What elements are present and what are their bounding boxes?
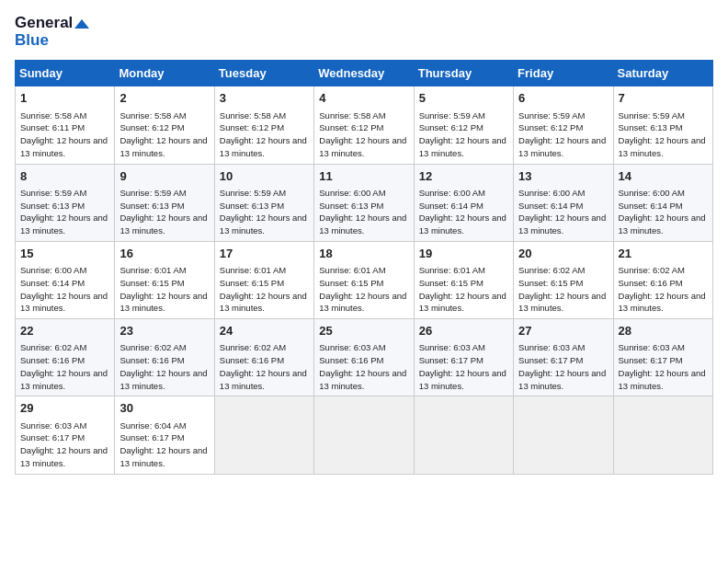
col-sunday: Sunday (16, 61, 115, 86)
day-info: Sunrise: 6:00 AM Sunset: 6:14 PM Dayligh… (518, 187, 608, 237)
day-number: 6 (518, 90, 608, 107)
page-header: General Blue (15, 15, 713, 49)
day-number: 10 (220, 168, 309, 185)
week-row-3: 15 Sunrise: 6:00 AM Sunset: 6:14 PM Dayl… (16, 241, 713, 318)
calendar-table: Sunday Monday Tuesday Wednesday Thursday… (15, 60, 713, 474)
week-row-5: 29 Sunrise: 6:03 AM Sunset: 6:17 PM Dayl… (16, 396, 713, 474)
day-number: 5 (419, 90, 508, 107)
day-cell-25: 25 Sunrise: 6:03 AM Sunset: 6:16 PM Dayl… (314, 319, 414, 396)
day-number: 30 (119, 400, 209, 417)
day-number: 2 (119, 90, 209, 107)
day-info: Sunrise: 6:01 AM Sunset: 6:15 PM Dayligh… (419, 264, 508, 315)
day-cell-18: 18 Sunrise: 6:01 AM Sunset: 6:15 PM Dayl… (314, 241, 414, 318)
empty-cell (514, 396, 613, 474)
day-number: 24 (220, 323, 309, 339)
day-cell-15: 15 Sunrise: 6:00 AM Sunset: 6:14 PM Dayl… (16, 241, 115, 318)
day-cell-8: 8 Sunrise: 5:59 AM Sunset: 6:13 PM Dayli… (16, 164, 115, 241)
day-info: Sunrise: 5:59 AM Sunset: 6:12 PM Dayligh… (419, 109, 508, 160)
day-number: 7 (619, 90, 708, 107)
day-number: 13 (518, 168, 608, 185)
day-info: Sunrise: 6:02 AM Sunset: 6:16 PM Dayligh… (619, 264, 708, 315)
col-tuesday: Tuesday (214, 61, 313, 86)
day-number: 26 (419, 323, 508, 339)
day-number: 28 (619, 323, 708, 339)
day-cell-13: 13 Sunrise: 6:00 AM Sunset: 6:14 PM Dayl… (514, 164, 613, 241)
weekday-header-row: Sunday Monday Tuesday Wednesday Thursday… (16, 61, 713, 86)
logo: General Blue (15, 15, 89, 49)
day-number: 12 (419, 168, 508, 185)
day-number: 3 (220, 90, 309, 107)
day-cell-12: 12 Sunrise: 6:00 AM Sunset: 6:14 PM Dayl… (414, 164, 513, 241)
day-cell-1: 1 Sunrise: 5:58 AM Sunset: 6:11 PM Dayli… (16, 86, 115, 164)
day-number: 19 (419, 246, 508, 262)
day-cell-24: 24 Sunrise: 6:02 AM Sunset: 6:16 PM Dayl… (214, 319, 313, 396)
day-number: 18 (319, 246, 408, 262)
day-info: Sunrise: 6:02 AM Sunset: 6:15 PM Dayligh… (518, 264, 608, 315)
day-info: Sunrise: 6:01 AM Sunset: 6:15 PM Dayligh… (220, 264, 309, 315)
day-cell-6: 6 Sunrise: 5:59 AM Sunset: 6:12 PM Dayli… (514, 86, 613, 164)
day-number: 20 (518, 246, 608, 262)
day-info: Sunrise: 6:01 AM Sunset: 6:15 PM Dayligh… (119, 264, 209, 315)
day-number: 17 (220, 246, 309, 262)
day-number: 14 (619, 168, 708, 185)
day-number: 4 (319, 90, 408, 107)
day-info: Sunrise: 6:04 AM Sunset: 6:17 PM Dayligh… (119, 419, 209, 470)
day-cell-21: 21 Sunrise: 6:02 AM Sunset: 6:16 PM Dayl… (613, 241, 712, 318)
day-info: Sunrise: 5:58 AM Sunset: 6:11 PM Dayligh… (20, 109, 109, 160)
day-cell-30: 30 Sunrise: 6:04 AM Sunset: 6:17 PM Dayl… (115, 396, 214, 474)
day-info: Sunrise: 6:02 AM Sunset: 6:16 PM Dayligh… (220, 341, 309, 392)
col-wednesday: Wednesday (314, 61, 414, 86)
day-cell-17: 17 Sunrise: 6:01 AM Sunset: 6:15 PM Dayl… (214, 241, 313, 318)
day-cell-22: 22 Sunrise: 6:02 AM Sunset: 6:16 PM Dayl… (16, 319, 115, 396)
day-cell-4: 4 Sunrise: 5:58 AM Sunset: 6:12 PM Dayli… (314, 86, 414, 164)
day-info: Sunrise: 6:03 AM Sunset: 6:17 PM Dayligh… (419, 341, 508, 392)
day-info: Sunrise: 5:59 AM Sunset: 6:13 PM Dayligh… (119, 187, 209, 237)
logo-text: General Blue (15, 15, 89, 49)
day-cell-7: 7 Sunrise: 5:59 AM Sunset: 6:13 PM Dayli… (613, 86, 712, 164)
day-cell-16: 16 Sunrise: 6:01 AM Sunset: 6:15 PM Dayl… (115, 241, 214, 318)
day-info: Sunrise: 6:03 AM Sunset: 6:16 PM Dayligh… (319, 341, 408, 392)
day-cell-28: 28 Sunrise: 6:03 AM Sunset: 6:17 PM Dayl… (613, 319, 712, 396)
day-cell-11: 11 Sunrise: 6:00 AM Sunset: 6:13 PM Dayl… (314, 164, 414, 241)
day-number: 15 (20, 246, 109, 262)
day-info: Sunrise: 5:59 AM Sunset: 6:12 PM Dayligh… (518, 109, 608, 160)
day-info: Sunrise: 6:00 AM Sunset: 6:13 PM Dayligh… (319, 187, 408, 237)
day-cell-2: 2 Sunrise: 5:58 AM Sunset: 6:12 PM Dayli… (115, 86, 214, 164)
col-friday: Friday (514, 61, 613, 86)
day-number: 11 (319, 168, 408, 185)
day-info: Sunrise: 5:58 AM Sunset: 6:12 PM Dayligh… (319, 109, 408, 160)
day-cell-26: 26 Sunrise: 6:03 AM Sunset: 6:17 PM Dayl… (414, 319, 513, 396)
col-thursday: Thursday (414, 61, 513, 86)
empty-cell (613, 396, 712, 474)
empty-cell (214, 396, 313, 474)
day-number: 9 (119, 168, 209, 185)
day-cell-20: 20 Sunrise: 6:02 AM Sunset: 6:15 PM Dayl… (514, 241, 613, 318)
day-number: 25 (319, 323, 408, 339)
day-cell-29: 29 Sunrise: 6:03 AM Sunset: 6:17 PM Dayl… (16, 396, 115, 474)
col-monday: Monday (115, 61, 214, 86)
day-cell-14: 14 Sunrise: 6:00 AM Sunset: 6:14 PM Dayl… (613, 164, 712, 241)
day-info: Sunrise: 6:00 AM Sunset: 6:14 PM Dayligh… (619, 187, 708, 237)
day-info: Sunrise: 5:59 AM Sunset: 6:13 PM Dayligh… (220, 187, 309, 237)
day-info: Sunrise: 5:58 AM Sunset: 6:12 PM Dayligh… (220, 109, 309, 160)
day-cell-5: 5 Sunrise: 5:59 AM Sunset: 6:12 PM Dayli… (414, 86, 513, 164)
day-number: 16 (119, 246, 209, 262)
day-number: 22 (20, 323, 109, 339)
day-number: 21 (619, 246, 708, 262)
day-number: 29 (20, 400, 109, 417)
col-saturday: Saturday (613, 61, 712, 86)
day-info: Sunrise: 6:01 AM Sunset: 6:15 PM Dayligh… (319, 264, 408, 315)
empty-cell (414, 396, 513, 474)
week-row-2: 8 Sunrise: 5:59 AM Sunset: 6:13 PM Dayli… (16, 164, 713, 241)
day-number: 8 (20, 168, 109, 185)
day-number: 1 (20, 90, 109, 107)
day-cell-9: 9 Sunrise: 5:59 AM Sunset: 6:13 PM Dayli… (115, 164, 214, 241)
day-info: Sunrise: 6:02 AM Sunset: 6:16 PM Dayligh… (119, 341, 209, 392)
day-info: Sunrise: 5:59 AM Sunset: 6:13 PM Dayligh… (20, 187, 109, 237)
day-info: Sunrise: 6:03 AM Sunset: 6:17 PM Dayligh… (518, 341, 608, 392)
day-info: Sunrise: 6:00 AM Sunset: 6:14 PM Dayligh… (20, 264, 109, 315)
day-info: Sunrise: 6:03 AM Sunset: 6:17 PM Dayligh… (20, 419, 109, 470)
day-cell-27: 27 Sunrise: 6:03 AM Sunset: 6:17 PM Dayl… (514, 319, 613, 396)
week-row-4: 22 Sunrise: 6:02 AM Sunset: 6:16 PM Dayl… (16, 319, 713, 396)
day-info: Sunrise: 6:03 AM Sunset: 6:17 PM Dayligh… (619, 341, 708, 392)
